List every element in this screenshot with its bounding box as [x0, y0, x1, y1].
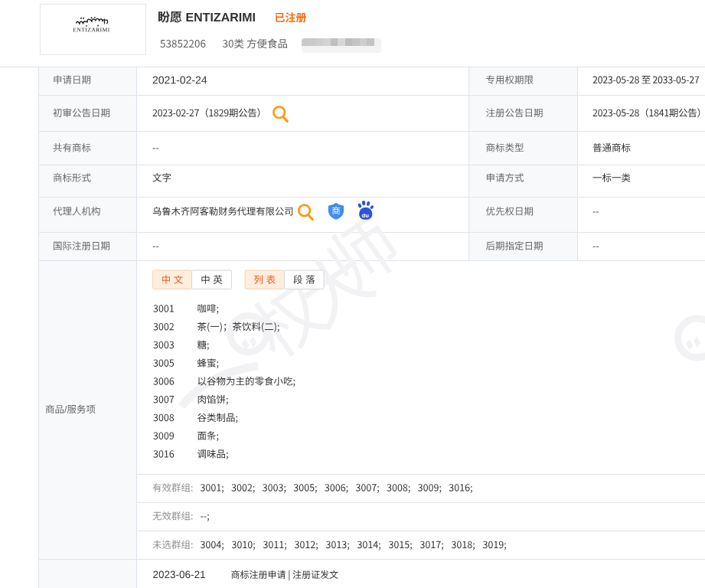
svg-text:du: du: [362, 212, 370, 219]
